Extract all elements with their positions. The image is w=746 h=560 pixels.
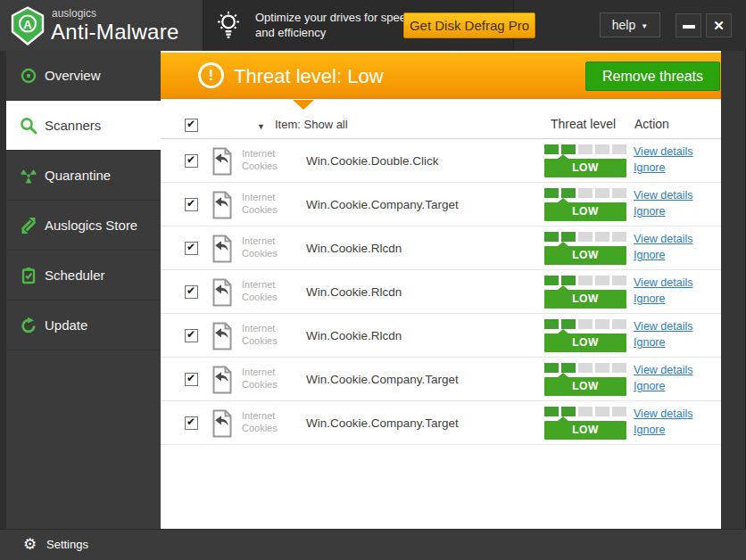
threat-level-badge: LOW [544, 246, 626, 265]
threat-level-label: LOW [544, 377, 626, 396]
magnifier-icon [20, 117, 37, 135]
threat-bar-segment [612, 363, 626, 373]
threat-bar-segment [612, 407, 626, 416]
threat-bar-segment [561, 188, 576, 198]
view-details-link[interactable]: View details [634, 408, 692, 420]
minimize-button[interactable] [676, 13, 701, 37]
threat-bar-segment [544, 276, 559, 285]
sidebar-item-scheduler[interactable]: Scheduler [0, 251, 161, 301]
threat-bar-segment [578, 232, 593, 242]
view-details-link[interactable]: View details [634, 364, 692, 376]
ignore-link[interactable]: Ignore [634, 249, 665, 261]
row-checkbox[interactable]: ✔ [185, 285, 198, 299]
settings-button[interactable]: ⚙ Settings [0, 530, 161, 560]
sidebar-item-overview[interactable]: Overview [0, 51, 161, 101]
row-checkbox[interactable]: ✔ [185, 198, 198, 211]
table-row: ✔ Internet Cookies Win.Cookie.Company.Ta… [161, 358, 721, 401]
row-checkbox[interactable]: ✔ [185, 242, 198, 255]
ignore-link[interactable]: Ignore [634, 205, 665, 218]
ignore-link[interactable]: Ignore [634, 292, 665, 305]
threat-bar-segment [595, 232, 609, 242]
brand-name-small: auslogics [52, 7, 96, 20]
filter-dropdown-icon[interactable]: ▼ [257, 122, 265, 131]
threat-bar-segment [595, 407, 609, 416]
item-name: Win.Cookie.Company.Target [306, 401, 459, 445]
lightbulb-icon [212, 11, 245, 41]
sidebar-item-label: Quarantine [45, 151, 111, 200]
threat-level-banner: ! Threat level: Low Remove threats [161, 53, 721, 99]
title-bar-brand-section: A auslogics Anti-Malware [0, 0, 203, 51]
item-type-label: Internet Cookies [242, 409, 294, 434]
sidebar-item-scanners[interactable]: Scanners [0, 101, 161, 151]
sidebar-item-auslogics-store[interactable]: Auslogics Store [0, 201, 161, 251]
sidebar-item-update[interactable]: Update [0, 301, 161, 350]
threat-bar-segment [612, 319, 626, 329]
ignore-link[interactable]: Ignore [634, 380, 665, 392]
table-row: ✔ Internet Cookies Win.Cookie.Company.Ta… [161, 401, 721, 445]
item-type-label: Internet Cookies [242, 278, 294, 303]
threat-bar-segment [578, 188, 593, 198]
threat-bar-segment [561, 276, 576, 285]
exchange-arrows-icon [20, 217, 37, 235]
ignore-link[interactable]: Ignore [634, 336, 665, 349]
list-header: ✔ ▼ Item: Show all Threat level Action [161, 115, 721, 138]
row-checkbox[interactable]: ✔ [185, 154, 198, 168]
chevron-down-icon: ▼ [641, 22, 648, 30]
row-checkbox[interactable]: ✔ [185, 416, 198, 430]
table-row: ✔ Internet Cookies Win.Cookie.Company.Ta… [161, 183, 721, 226]
threat-bar-segment [544, 407, 559, 416]
promo-line-1: Optimize your drives for speed [255, 10, 412, 25]
view-details-link[interactable]: View details [634, 233, 692, 245]
threat-bar-segment [578, 144, 593, 154]
threat-level-label: LOW [544, 202, 626, 221]
promo-line-2: and efficiency [255, 25, 412, 40]
title-bar: A auslogics Anti-Malware Optimize your d… [0, 0, 746, 51]
threat-level-text: Threat level: Low [234, 53, 384, 100]
threat-bar-segment [612, 232, 626, 242]
get-disk-defrag-pro-button[interactable]: Get Disk Defrag Pro [403, 12, 535, 38]
view-details-link[interactable]: View details [634, 189, 692, 202]
gear-icon: ⚙ [23, 530, 37, 560]
threat-bar [544, 319, 626, 329]
threat-bar [544, 363, 626, 373]
view-details-link[interactable]: View details [634, 320, 692, 333]
clipboard-check-icon [20, 267, 37, 284]
checkmark-icon: ✔ [186, 153, 195, 166]
sidebar-item-label: Auslogics Store [45, 201, 137, 250]
ignore-link[interactable]: Ignore [634, 161, 665, 174]
item-filter-dropdown[interactable]: Item: Show all [275, 118, 348, 131]
cookie-file-icon [211, 235, 234, 263]
row-checkbox[interactable]: ✔ [185, 373, 198, 386]
threat-bar-segment [612, 276, 626, 285]
threat-level-badge: LOW [544, 159, 626, 177]
sidebar-item-label: Scheduler [45, 251, 105, 300]
promo-message: Optimize your drives for speed and effic… [255, 10, 412, 40]
threat-bar-segment [561, 319, 576, 329]
threat-bar-segment [595, 188, 609, 198]
sidebar-item-quarantine[interactable]: Quarantine [0, 151, 161, 201]
ignore-link[interactable]: Ignore [634, 424, 665, 436]
threat-bar-segment [561, 232, 576, 242]
app-window: A auslogics Anti-Malware Optimize your d… [0, 0, 746, 560]
select-all-checkbox[interactable]: ✔ [185, 119, 198, 132]
threat-bar [544, 232, 626, 242]
threat-bar-segment [595, 144, 609, 154]
item-name: Win.Cookie.Rlcdn [306, 270, 402, 314]
threat-bar-segment [595, 319, 609, 329]
row-checkbox[interactable]: ✔ [185, 329, 198, 342]
svg-text:A: A [23, 18, 32, 31]
help-dropdown[interactable]: help▼ [600, 12, 660, 37]
item-type-label: Internet Cookies [242, 366, 294, 391]
view-details-link[interactable]: View details [634, 276, 692, 289]
threat-bar [544, 276, 626, 285]
remove-threats-button[interactable]: Remove threats [585, 62, 720, 91]
threat-bar [544, 144, 626, 154]
overview-icon [20, 67, 37, 85]
checkmark-icon: ✔ [186, 372, 195, 384]
threat-bar-segment [578, 276, 593, 285]
view-details-link[interactable]: View details [634, 145, 692, 158]
threat-level-badge: LOW [544, 290, 626, 309]
threat-bar-segment [561, 144, 576, 154]
settings-label: Settings [46, 530, 88, 560]
close-button[interactable]: ✕ [706, 13, 732, 37]
